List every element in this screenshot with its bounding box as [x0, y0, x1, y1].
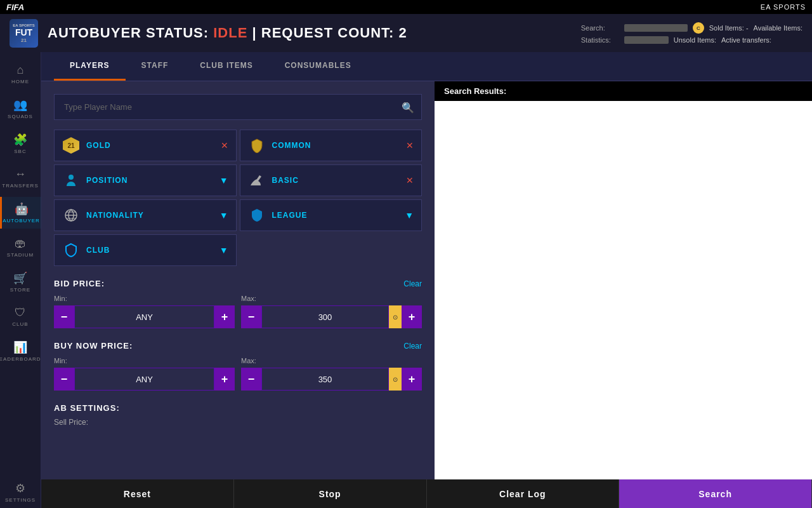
bid-price-section: BID PRICE: Clear Min: − + — [54, 279, 422, 328]
transfers-icon: ↔ — [15, 168, 26, 181]
buy-min-increase-btn[interactable]: + — [214, 368, 235, 391]
bid-max-group: Max: − ⊙ + — [241, 295, 422, 328]
filter-nationality[interactable]: NATIONALITY ▼ — [54, 199, 237, 231]
filter-rarity-label: COMMON — [272, 141, 400, 150]
bid-max-increase-btn[interactable]: + — [402, 305, 422, 328]
tab-club-items[interactable]: CLUB ITEMS — [184, 52, 268, 81]
autobuyer-icon: 🤖 — [15, 202, 29, 216]
search-bar — [624, 24, 688, 32]
filter-league-chevron[interactable]: ▼ — [405, 210, 414, 220]
left-panel[interactable]: 🔍 21 GOLD ✕ — [41, 81, 435, 508]
sbc-icon: 🧩 — [13, 133, 27, 147]
fifa-top-bar: FIFA EA SPORTS — [0, 0, 812, 14]
sidebar-item-leaderboards[interactable]: 📊 LEADERBOARDS — [0, 335, 41, 367]
sidebar-label-settings: SETTINGS — [5, 497, 36, 503]
content-area: PLAYERS STAFF CLUB ITEMS CONSUMABLES 🔍 — [41, 52, 812, 508]
player-search-box: 🔍 — [54, 94, 422, 120]
sidebar-label-stadium: STADIUM — [7, 252, 34, 258]
sidebar-item-transfers[interactable]: ↔ TRANSFERS — [0, 163, 41, 194]
buy-max-label: Max: — [241, 357, 422, 364]
sidebar-label-squads: SQUADS — [8, 114, 33, 119]
buy-min-decrease-btn[interactable]: − — [54, 368, 74, 391]
filter-league[interactable]: LEAGUE ▼ — [240, 199, 422, 231]
sidebar-label-club: CLUB — [12, 321, 28, 327]
unsold-items: Unsold Items: — [674, 36, 716, 44]
search-icon-btn[interactable]: 🔍 — [402, 101, 414, 113]
statistics-label: Statistics: — [581, 36, 619, 44]
right-panel: Search Results: — [435, 81, 812, 508]
buy-max-decrease-btn[interactable]: − — [241, 368, 261, 391]
buy-min-label: Min: — [54, 357, 235, 364]
bid-max-label: Max: — [241, 295, 422, 302]
svg-point-0 — [69, 175, 74, 180]
filter-position-label: POSITION — [86, 176, 213, 185]
bid-max-decrease-btn[interactable]: − — [241, 305, 261, 328]
leaderboards-icon: 📊 — [13, 340, 27, 354]
position-icon — [62, 171, 80, 189]
filter-quality[interactable]: 21 GOLD ✕ — [54, 130, 237, 161]
fut-badge: EA SPORTS FUT 21 — [10, 19, 38, 48]
sidebar-item-club[interactable]: 🛡 CLUB — [0, 301, 41, 332]
ea-logo: EA SPORTS — [761, 3, 806, 11]
nationality-icon — [62, 206, 80, 224]
bid-max-input[interactable] — [261, 305, 389, 328]
sidebar-item-home[interactable]: ⌂ HOME — [0, 58, 41, 90]
common-shield-icon — [248, 137, 266, 154]
sidebar-item-settings[interactable]: ⚙ SETTINGS — [0, 476, 41, 508]
sidebar-label-autobuyer: AUTOBUYER — [3, 218, 40, 224]
search-button[interactable]: Search — [619, 479, 812, 508]
stop-button[interactable]: Stop — [234, 479, 427, 508]
filter-rarity[interactable]: COMMON ✕ — [240, 130, 422, 161]
filter-position[interactable]: POSITION ▼ — [54, 164, 237, 196]
bid-price-clear[interactable]: Clear — [403, 279, 422, 288]
filter-position-chevron[interactable]: ▼ — [219, 175, 228, 185]
filter-rarity-clear[interactable]: ✕ — [406, 140, 414, 150]
buy-max-input[interactable] — [261, 368, 389, 391]
ab-settings-section: AB SETTINGS: Sell Price: — [54, 403, 422, 427]
bid-min-input[interactable] — [74, 305, 214, 328]
buy-max-group: Max: − ⊙ + — [241, 357, 422, 391]
sidebar-item-autobuyer[interactable]: 🤖 AUTOBUYER — [0, 197, 41, 229]
tab-consumables[interactable]: CONSUMABLES — [269, 52, 367, 81]
boot-icon — [248, 171, 266, 189]
buy-max-coin: ⊙ — [389, 368, 402, 391]
buy-now-price-section: BUY NOW PRICE: Clear Min: − + — [54, 341, 422, 391]
buy-min-input[interactable] — [74, 368, 214, 391]
sidebar-item-sbc[interactable]: 🧩 SBC — [0, 128, 41, 159]
ab-settings-title: AB SETTINGS: — [54, 403, 422, 413]
bid-min-increase-btn[interactable]: + — [214, 305, 235, 328]
filter-playstyle[interactable]: BASIC ✕ — [240, 164, 422, 196]
sell-price-label: Sell Price: — [54, 418, 422, 427]
bid-min-label: Min: — [54, 295, 235, 302]
tab-players[interactable]: PLAYERS — [54, 52, 126, 81]
bid-price-title: BID PRICE: — [54, 279, 105, 288]
filter-club-chevron[interactable]: ▼ — [219, 245, 228, 255]
filter-league-label: LEAGUE — [272, 211, 399, 220]
bottom-bar: Reset Stop Clear Log Search — [41, 479, 812, 508]
filter-quality-label: GOLD — [86, 141, 214, 150]
reset-button[interactable]: Reset — [41, 479, 234, 508]
tab-staff[interactable]: STAFF — [126, 52, 185, 81]
player-search-input[interactable] — [54, 94, 422, 120]
filter-playstyle-clear[interactable]: ✕ — [406, 175, 414, 185]
panel-split: 🔍 21 GOLD ✕ — [41, 81, 812, 508]
bid-min-decrease-btn[interactable]: − — [54, 305, 74, 328]
filter-nationality-chevron[interactable]: ▼ — [219, 210, 228, 220]
main-layout: ⌂ HOME 👥 SQUADS 🧩 SBC ↔ TRANSFERS 🤖 AUTO… — [0, 52, 812, 508]
statistics-bar — [624, 36, 669, 44]
sidebar-item-stadium[interactable]: 🏟 STADIUM — [0, 232, 41, 263]
clear-log-button[interactable]: Clear Log — [427, 479, 620, 508]
buy-max-increase-btn[interactable]: + — [402, 368, 422, 391]
filter-quality-clear[interactable]: ✕ — [221, 140, 228, 150]
store-icon: 🛒 — [13, 271, 27, 285]
bid-max-coin: ⊙ — [389, 305, 402, 328]
sidebar-label-home: HOME — [11, 79, 29, 84]
sidebar-item-store[interactable]: 🛒 STORE — [0, 266, 41, 298]
sidebar-item-squads[interactable]: 👥 SQUADS — [0, 93, 41, 124]
filter-club[interactable]: CLUB ▼ — [54, 234, 237, 266]
active-transfers: Active transfers: — [721, 36, 771, 44]
buy-now-price-clear[interactable]: Clear — [403, 342, 422, 351]
sidebar-label-transfers: TRANSFERS — [2, 183, 38, 189]
home-icon: ⌂ — [17, 64, 24, 77]
tab-bar: PLAYERS STAFF CLUB ITEMS CONSUMABLES — [41, 52, 812, 81]
